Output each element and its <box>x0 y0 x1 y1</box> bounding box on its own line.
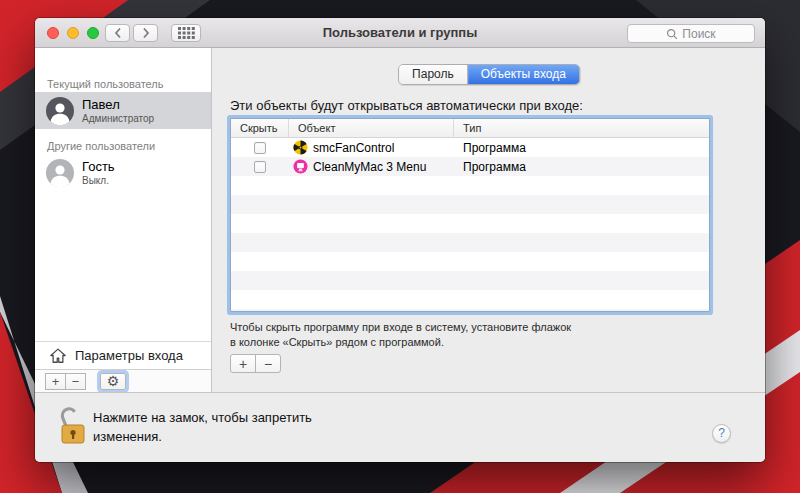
hide-checkbox[interactable] <box>254 161 266 173</box>
sidebar-item-current-user[interactable]: Павел Администратор <box>35 92 211 129</box>
minimize-button[interactable] <box>67 27 79 39</box>
current-user-header: Текущий пользователь <box>47 78 163 90</box>
login-item-name: smcFanControl <box>313 141 394 155</box>
show-all-button[interactable] <box>171 24 201 42</box>
login-items-description: Эти объекты будут открываться автоматиче… <box>230 98 583 113</box>
column-header-type[interactable]: Тип <box>454 119 709 137</box>
tab-login-items[interactable]: Объекты входа <box>467 65 579 84</box>
sidebar: Текущий пользователь Павел Администратор… <box>35 48 212 392</box>
actions-gear-button[interactable]: ⚙ <box>100 373 126 390</box>
search-icon <box>666 28 678 40</box>
table-row[interactable]: CleanMyMac 3 Menu Программа <box>231 157 709 176</box>
sidebar-toolbar: + − ⚙ <box>35 369 211 392</box>
help-button[interactable]: ? <box>712 424 731 443</box>
sidebar-item-guest[interactable]: Гость Выкл. <box>35 154 211 191</box>
window-footer: Нажмите на замок, чтобы запретить измене… <box>35 392 765 462</box>
sidebar-item-login-options[interactable]: Параметры входа <box>35 341 211 369</box>
back-button[interactable] <box>105 24 130 42</box>
home-icon <box>49 347 67 364</box>
login-options-label: Параметры входа <box>75 348 183 363</box>
gear-icon: ⚙ <box>107 374 120 388</box>
guest-name: Гость <box>82 159 115 174</box>
guest-status: Выкл. <box>82 175 115 186</box>
add-user-button[interactable]: + <box>45 373 66 390</box>
tab-bar: Пароль Объекты входа <box>398 64 580 85</box>
hide-hint: Чтобы скрыть программу при входе в систе… <box>230 320 571 350</box>
login-item-name: CleanMyMac 3 Menu <box>313 160 426 174</box>
login-item-type: Программа <box>454 141 709 155</box>
table-row[interactable]: smcFanControl Программа <box>231 138 709 157</box>
users-groups-window: Пользователи и группы <box>35 18 765 462</box>
cleanmymac-app-icon <box>293 159 308 174</box>
hide-checkbox[interactable] <box>254 142 266 154</box>
titlebar: Пользователи и группы <box>35 18 765 48</box>
search-placeholder: Поиск <box>682 27 715 41</box>
zoom-button[interactable] <box>87 27 99 39</box>
login-item-type: Программа <box>454 160 709 174</box>
other-users-header: Другие пользователи <box>47 140 155 152</box>
tab-password[interactable]: Пароль <box>399 65 467 84</box>
add-remove-group: + − <box>230 354 281 373</box>
desktop: Пользователи и группы <box>0 0 800 493</box>
remove-user-button[interactable]: − <box>65 373 86 390</box>
column-header-hide[interactable]: Скрыть <box>231 119 289 137</box>
chevron-left-icon <box>114 27 122 39</box>
chevron-right-icon <box>142 27 150 39</box>
traffic-lights <box>47 27 99 39</box>
user-avatar <box>46 97 74 125</box>
current-user-name: Павел <box>82 97 154 112</box>
unlocked-lock-icon[interactable] <box>57 406 89 448</box>
guest-avatar <box>46 159 74 187</box>
forward-button[interactable] <box>133 24 158 42</box>
smcfancontrol-app-icon <box>293 140 308 155</box>
main-panel: Пароль Объекты входа Эти объекты будут о… <box>213 48 765 392</box>
close-button[interactable] <box>47 27 59 39</box>
search-field[interactable]: Поиск <box>627 24 755 43</box>
table-empty-area <box>231 176 709 311</box>
lock-hint-text: Нажмите на замок, чтобы запретить измене… <box>93 408 312 446</box>
grid-icon <box>178 27 195 39</box>
add-login-item-button[interactable]: + <box>230 354 256 373</box>
remove-login-item-button[interactable]: − <box>255 354 281 373</box>
column-header-object[interactable]: Объект <box>289 119 454 137</box>
current-user-role: Администратор <box>82 113 154 124</box>
login-items-table: Скрыть Объект Тип smcFanCo <box>230 118 710 312</box>
table-header: Скрыть Объект Тип <box>231 119 709 138</box>
